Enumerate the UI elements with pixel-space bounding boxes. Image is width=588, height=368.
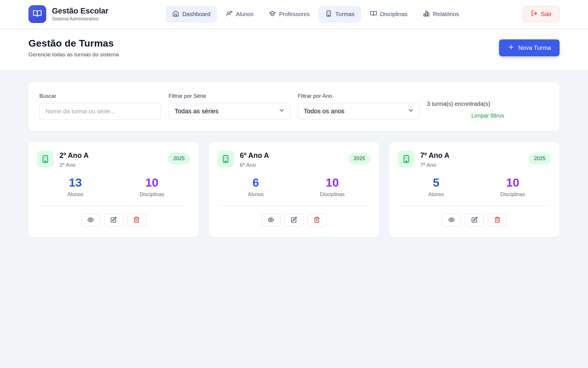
building-icon [325, 10, 332, 18]
serie-filter-group: Filtrar por Série Todas as séries [169, 93, 290, 120]
view-class-button[interactable] [262, 214, 281, 227]
class-card: 2º Ano A 2º Ano 2025 13 Alunos 10 Discip… [28, 142, 199, 237]
eye-icon [87, 216, 94, 224]
results-summary: 3 turma(s) encontrada(s) Limpar filtros [427, 93, 549, 120]
search-label: Buscar [39, 93, 161, 99]
book-open-icon [33, 9, 42, 19]
class-card: 7º Ano A 7º Ano 2025 5 Alunos 10 Discipl… [389, 142, 560, 237]
new-class-label: Nova Turma [518, 44, 551, 51]
edit-class-button[interactable] [285, 214, 303, 227]
year-badge: 2025 [529, 153, 551, 164]
chevron-down-icon [407, 107, 414, 116]
building-icon [37, 151, 54, 167]
class-name: 7º Ano A [420, 151, 450, 160]
ano-select-value: Todos os anos [304, 108, 345, 115]
eye-icon [268, 216, 274, 224]
delete-class-button[interactable] [488, 214, 507, 227]
card-actions [37, 214, 190, 227]
students-icon [226, 10, 233, 18]
eye-icon [448, 216, 455, 224]
new-class-button[interactable]: Nova Turma [499, 39, 560, 56]
logout-button[interactable]: Sair [523, 6, 560, 22]
chevron-down-icon [278, 107, 285, 116]
edit-icon [110, 216, 117, 224]
delete-class-button[interactable] [307, 214, 326, 227]
building-icon [398, 151, 415, 167]
nav-item-dashboard[interactable]: Dashboard [166, 6, 217, 22]
search-input[interactable] [39, 103, 161, 120]
card-title-block: 6º Ano A 6º Ano [240, 151, 269, 168]
card-actions [398, 214, 551, 227]
students-stat: 6 Alunos [217, 177, 294, 198]
nav-item-label: Dashboard [182, 11, 210, 18]
serie-select-value: Todas as séries [175, 108, 218, 115]
card-header: 6º Ano A 6º Ano 2025 [217, 151, 370, 168]
year-badge: 2025 [168, 153, 190, 164]
view-class-button[interactable] [81, 214, 100, 227]
edit-icon [471, 216, 478, 224]
delete-class-button[interactable] [127, 214, 146, 227]
ano-filter-group: Filtrar por Ano Todos os anos [298, 93, 419, 120]
students-label: Alunos [37, 191, 114, 198]
nav-item-professores[interactable]: Professores [262, 6, 316, 22]
class-name: 2º Ano A [59, 151, 89, 160]
brand: Gestão Escolar Sistema Administrativo [28, 5, 109, 23]
year-badge: 2025 [348, 153, 371, 164]
ano-select[interactable]: Todos os anos [298, 103, 419, 120]
trash-icon [494, 216, 501, 224]
app-title: Gestão Escolar [52, 7, 109, 16]
results-count: 3 turma(s) encontrada(s) [427, 101, 549, 107]
card-stats: 6 Alunos 10 Disciplinas [217, 177, 370, 198]
top-navigation-bar: Gestão Escolar Sistema Administrativo Da… [0, 0, 588, 28]
nav-item-relatorios[interactable]: Relatórios [416, 6, 465, 22]
plus-icon [508, 44, 514, 52]
trash-icon [314, 216, 320, 224]
subjects-stat: 10 Disciplinas [474, 177, 551, 198]
class-card: 6º Ano A 6º Ano 2025 6 Alunos 10 Discipl… [209, 142, 379, 237]
card-divider [399, 206, 550, 206]
app-logo [28, 5, 46, 23]
building-icon [217, 151, 234, 167]
class-grade: 2º Ano [59, 162, 89, 168]
page-header-text: Gestão de Turmas Gerencie todas as turma… [28, 38, 119, 58]
graduation-cap-icon [269, 10, 276, 18]
nav-item-alunos[interactable]: Alunos [219, 6, 260, 22]
students-label: Alunos [217, 191, 294, 198]
students-count: 6 [217, 177, 294, 189]
nav-item-label: Alunos [236, 11, 254, 18]
view-class-button[interactable] [442, 214, 461, 227]
ano-filter-label: Filtrar por Ano [298, 93, 419, 99]
bar-chart-icon [423, 10, 430, 18]
card-divider [218, 206, 369, 206]
card-title-block: 7º Ano A 7º Ano [420, 151, 450, 168]
clear-filters-link[interactable]: Limpar filtros [471, 112, 504, 119]
nav-item-label: Disciplinas [380, 11, 408, 18]
search-field-group: Buscar [39, 93, 161, 120]
app-subtitle: Sistema Administrativo [52, 16, 109, 22]
logout-label: Sair [541, 11, 552, 18]
card-stats: 5 Alunos 10 Disciplinas [398, 177, 551, 198]
subjects-stat: 10 Disciplinas [294, 177, 371, 198]
class-cards-grid: 2º Ano A 2º Ano 2025 13 Alunos 10 Discip… [28, 142, 560, 237]
page-header: Gestão de Turmas Gerencie todas as turma… [0, 28, 588, 70]
serie-select[interactable]: Todas as séries [169, 103, 290, 120]
card-header: 7º Ano A 7º Ano 2025 [398, 151, 551, 168]
nav-item-turmas[interactable]: Turmas [319, 6, 361, 22]
card-divider [38, 206, 189, 206]
students-label: Alunos [398, 191, 475, 198]
card-title-block: 2º Ano A 2º Ano [59, 151, 89, 168]
edit-class-button[interactable] [104, 214, 123, 227]
edit-icon [291, 216, 297, 224]
edit-class-button[interactable] [465, 214, 484, 227]
nav-item-disciplinas[interactable]: Disciplinas [363, 6, 414, 22]
card-stats: 13 Alunos 10 Disciplinas [37, 177, 190, 198]
students-count: 13 [37, 177, 114, 189]
class-grade: 7º Ano [420, 162, 450, 168]
nav-item-label: Relatórios [433, 11, 459, 18]
page-title: Gestão de Turmas [28, 38, 119, 49]
subjects-label: Disciplinas [294, 191, 371, 198]
card-header: 2º Ano A 2º Ano 2025 [37, 151, 190, 168]
page-subtitle: Gerencie todas as turmas do sistema [28, 51, 119, 58]
serie-filter-label: Filtrar por Série [169, 93, 290, 99]
book-open-icon [370, 10, 377, 18]
